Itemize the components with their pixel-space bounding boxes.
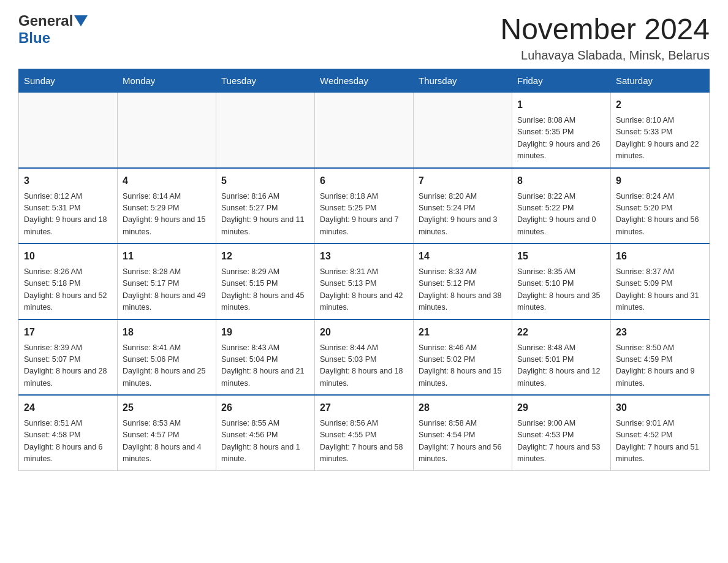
week-row-3: 10Sunrise: 8:26 AMSunset: 5:18 PMDayligh… (19, 243, 710, 320)
day-number: 23 (616, 325, 704, 340)
day-cell: 22Sunrise: 8:48 AMSunset: 5:01 PMDayligh… (512, 320, 611, 396)
day-cell: 27Sunrise: 8:56 AMSunset: 4:55 PMDayligh… (315, 395, 414, 470)
day-info: Sunrise: 8:48 AMSunset: 5:01 PMDaylight:… (517, 342, 605, 390)
day-info: Sunrise: 8:37 AMSunset: 5:09 PMDaylight:… (616, 266, 704, 314)
header-monday: Monday (118, 69, 216, 93)
week-row-1: 1Sunrise: 8:08 AMSunset: 5:35 PMDaylight… (19, 93, 710, 168)
day-number: 18 (123, 325, 211, 340)
day-number: 10 (24, 249, 112, 264)
day-number: 27 (320, 400, 408, 415)
day-number: 28 (419, 400, 507, 415)
day-info: Sunrise: 8:50 AMSunset: 4:59 PMDaylight:… (616, 342, 704, 390)
day-info: Sunrise: 8:35 AMSunset: 5:10 PMDaylight:… (517, 266, 605, 314)
day-number: 4 (123, 174, 211, 188)
day-cell: 23Sunrise: 8:50 AMSunset: 4:59 PMDayligh… (611, 320, 710, 396)
day-info: Sunrise: 8:22 AMSunset: 5:22 PMDaylight:… (517, 191, 605, 239)
day-number: 13 (320, 249, 408, 264)
day-cell: 26Sunrise: 8:55 AMSunset: 4:56 PMDayligh… (216, 395, 315, 470)
day-cell: 16Sunrise: 8:37 AMSunset: 5:09 PMDayligh… (611, 243, 710, 320)
day-number: 3 (24, 174, 112, 188)
day-info: Sunrise: 8:44 AMSunset: 5:03 PMDaylight:… (320, 342, 408, 390)
day-cell: 2Sunrise: 8:10 AMSunset: 5:33 PMDaylight… (611, 93, 710, 168)
week-row-4: 17Sunrise: 8:39 AMSunset: 5:07 PMDayligh… (19, 320, 710, 396)
header-wednesday: Wednesday (315, 69, 414, 93)
day-info: Sunrise: 8:55 AMSunset: 4:56 PMDaylight:… (221, 418, 309, 465)
day-cell: 4Sunrise: 8:14 AMSunset: 5:29 PMDaylight… (118, 168, 216, 244)
day-number: 6 (320, 174, 408, 188)
day-cell: 18Sunrise: 8:41 AMSunset: 5:06 PMDayligh… (118, 320, 216, 396)
day-cell: 28Sunrise: 8:58 AMSunset: 4:54 PMDayligh… (414, 395, 512, 470)
day-number: 20 (320, 325, 408, 340)
day-number: 22 (517, 325, 605, 340)
header-saturday: Saturday (611, 69, 710, 93)
svg-marker-0 (74, 15, 88, 26)
day-cell: 8Sunrise: 8:22 AMSunset: 5:22 PMDaylight… (512, 168, 611, 244)
day-cell: 21Sunrise: 8:46 AMSunset: 5:02 PMDayligh… (414, 320, 512, 396)
day-cell: 15Sunrise: 8:35 AMSunset: 5:10 PMDayligh… (512, 243, 611, 320)
day-number: 24 (24, 400, 112, 415)
header-row: SundayMondayTuesdayWednesdayThursdayFrid… (19, 69, 710, 93)
day-cell: 1Sunrise: 8:08 AMSunset: 5:35 PMDaylight… (512, 93, 611, 168)
day-cell (19, 93, 118, 168)
day-number: 21 (419, 325, 507, 340)
day-number: 1 (517, 98, 605, 112)
day-info: Sunrise: 8:33 AMSunset: 5:12 PMDaylight:… (419, 266, 507, 314)
title-section: November 2024 Luhavaya Slabada, Minsk, B… (500, 12, 710, 63)
day-info: Sunrise: 8:51 AMSunset: 4:58 PMDaylight:… (24, 418, 112, 465)
day-info: Sunrise: 8:31 AMSunset: 5:13 PMDaylight:… (320, 266, 408, 314)
day-cell: 14Sunrise: 8:33 AMSunset: 5:12 PMDayligh… (414, 243, 512, 320)
day-cell: 3Sunrise: 8:12 AMSunset: 5:31 PMDaylight… (19, 168, 118, 244)
day-cell: 20Sunrise: 8:44 AMSunset: 5:03 PMDayligh… (315, 320, 414, 396)
day-number: 29 (517, 400, 605, 415)
day-cell: 29Sunrise: 9:00 AMSunset: 4:53 PMDayligh… (512, 395, 611, 470)
day-info: Sunrise: 8:18 AMSunset: 5:25 PMDaylight:… (320, 191, 408, 239)
day-info: Sunrise: 9:00 AMSunset: 4:53 PMDaylight:… (517, 418, 605, 465)
logo-blue-text: Blue (18, 29, 50, 46)
day-info: Sunrise: 8:58 AMSunset: 4:54 PMDaylight:… (419, 418, 507, 465)
day-cell (315, 93, 414, 168)
day-info: Sunrise: 8:12 AMSunset: 5:31 PMDaylight:… (24, 191, 112, 239)
day-cell: 5Sunrise: 8:16 AMSunset: 5:27 PMDaylight… (216, 168, 315, 244)
day-number: 17 (24, 325, 112, 340)
calendar-table: SundayMondayTuesdayWednesdayThursdayFrid… (18, 69, 710, 471)
day-number: 30 (616, 400, 704, 415)
day-cell: 24Sunrise: 8:51 AMSunset: 4:58 PMDayligh… (19, 395, 118, 470)
calendar-title: November 2024 (500, 12, 710, 46)
page-header: General Blue November 2024 Luhavaya Slab… (18, 12, 710, 63)
day-info: Sunrise: 8:08 AMSunset: 5:35 PMDaylight:… (517, 115, 605, 163)
logo-triangle-icon (74, 15, 88, 26)
day-cell: 25Sunrise: 8:53 AMSunset: 4:57 PMDayligh… (118, 395, 216, 470)
day-cell: 11Sunrise: 8:28 AMSunset: 5:17 PMDayligh… (118, 243, 216, 320)
week-row-2: 3Sunrise: 8:12 AMSunset: 5:31 PMDaylight… (19, 168, 710, 244)
day-number: 26 (221, 400, 309, 415)
day-info: Sunrise: 8:20 AMSunset: 5:24 PMDaylight:… (419, 191, 507, 239)
day-info: Sunrise: 8:10 AMSunset: 5:33 PMDaylight:… (616, 115, 704, 163)
day-cell (414, 93, 512, 168)
day-info: Sunrise: 8:43 AMSunset: 5:04 PMDaylight:… (221, 342, 309, 390)
day-cell: 17Sunrise: 8:39 AMSunset: 5:07 PMDayligh… (19, 320, 118, 396)
day-number: 11 (123, 249, 211, 264)
day-info: Sunrise: 8:56 AMSunset: 4:55 PMDaylight:… (320, 418, 408, 465)
day-number: 16 (616, 249, 704, 264)
header-thursday: Thursday (414, 69, 512, 93)
day-number: 12 (221, 249, 309, 264)
day-info: Sunrise: 8:46 AMSunset: 5:02 PMDaylight:… (419, 342, 507, 390)
day-cell: 30Sunrise: 9:01 AMSunset: 4:52 PMDayligh… (611, 395, 710, 470)
day-number: 8 (517, 174, 605, 188)
day-info: Sunrise: 8:39 AMSunset: 5:07 PMDaylight:… (24, 342, 112, 390)
day-number: 15 (517, 249, 605, 264)
day-info: Sunrise: 9:01 AMSunset: 4:52 PMDaylight:… (616, 418, 704, 465)
week-row-5: 24Sunrise: 8:51 AMSunset: 4:58 PMDayligh… (19, 395, 710, 470)
day-number: 19 (221, 325, 309, 340)
header-friday: Friday (512, 69, 611, 93)
day-cell: 7Sunrise: 8:20 AMSunset: 5:24 PMDaylight… (414, 168, 512, 244)
logo: General Blue (18, 12, 88, 47)
day-cell: 12Sunrise: 8:29 AMSunset: 5:15 PMDayligh… (216, 243, 315, 320)
day-number: 14 (419, 249, 507, 264)
day-cell: 13Sunrise: 8:31 AMSunset: 5:13 PMDayligh… (315, 243, 414, 320)
day-info: Sunrise: 8:53 AMSunset: 4:57 PMDaylight:… (123, 418, 211, 465)
day-cell: 10Sunrise: 8:26 AMSunset: 5:18 PMDayligh… (19, 243, 118, 320)
day-info: Sunrise: 8:16 AMSunset: 5:27 PMDaylight:… (221, 191, 309, 239)
day-number: 5 (221, 174, 309, 188)
day-info: Sunrise: 8:24 AMSunset: 5:20 PMDaylight:… (616, 191, 704, 239)
